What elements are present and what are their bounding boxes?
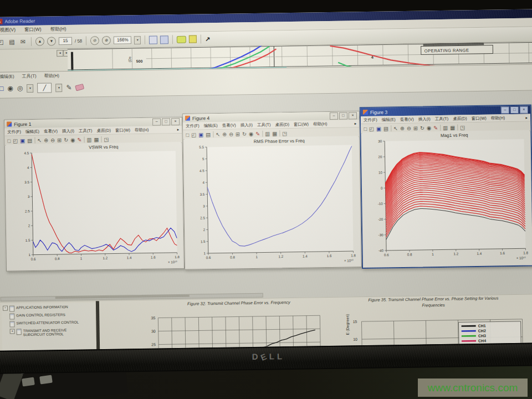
cursor-icon[interactable]: ↖ xyxy=(216,131,220,137)
zoom-out-icon[interactable]: ⊖ xyxy=(50,137,55,143)
pan-icon[interactable]: ⊞ xyxy=(57,137,62,143)
close-button[interactable]: × xyxy=(171,118,180,125)
save-icon[interactable]: ▣ xyxy=(20,137,25,144)
dock-icon[interactable]: ◳ xyxy=(282,130,287,136)
menu-overflow-icon[interactable]: ▸ xyxy=(525,115,528,120)
zoom-in-icon[interactable]: ⊕ xyxy=(44,137,48,143)
pen-icon[interactable]: ✎ xyxy=(66,84,71,91)
sticky-note-icon[interactable] xyxy=(189,35,197,43)
plot-area[interactable]: VSWR vs Freq0.60.811.21.41.61.811.522.53… xyxy=(6,142,183,270)
shape-icon[interactable]: ◎ xyxy=(17,84,23,92)
new-figure-icon[interactable]: □ xyxy=(7,137,11,144)
new-figure-icon[interactable]: □ xyxy=(364,125,367,131)
print-icon[interactable]: ▤ xyxy=(383,125,388,131)
menu-tools[interactable]: 工具(T) xyxy=(22,73,36,79)
comment-icon[interactable] xyxy=(177,35,186,43)
legend-icon[interactable]: ▦ xyxy=(450,124,455,130)
rotate-icon[interactable]: ↻ xyxy=(242,131,247,137)
menu-help[interactable]: 帮助(H) xyxy=(135,127,149,132)
dock-icon[interactable]: ◳ xyxy=(460,124,465,130)
new-figure-icon[interactable]: □ xyxy=(186,131,189,137)
menu-tools[interactable]: 工具(T) xyxy=(79,128,93,134)
plot-area[interactable]: Mag1 vs Freq0.60.811.21.41.61.8-40-30-20… xyxy=(362,130,531,267)
save-icon[interactable]: ▣ xyxy=(376,125,381,131)
save-icon[interactable]: □ xyxy=(0,85,4,93)
shape-dropdown-button[interactable]: ▾ xyxy=(27,84,33,92)
zoom-in-icon[interactable]: ⊕ xyxy=(222,131,227,137)
legend-icon[interactable]: ▦ xyxy=(94,136,99,142)
menu-insert[interactable]: 插入(I) xyxy=(241,122,253,128)
zoom-level-input[interactable]: 166% xyxy=(114,36,131,44)
menu-insert[interactable]: 插入(I) xyxy=(418,116,431,122)
figure1-window[interactable]: Figure 1 – □ × 文件(F) 编辑(E) 查看(V) 插入(I) 工… xyxy=(4,117,185,272)
pdf-bottom-region[interactable]: − APPLICATIONS INFORMATION GAIN CONTROL … xyxy=(0,294,532,350)
brush-icon[interactable]: ✎ xyxy=(77,136,81,142)
brush-icon[interactable]: ✎ xyxy=(433,125,438,131)
menu-file[interactable]: 文件(F) xyxy=(186,123,200,129)
close-button[interactable]: × xyxy=(349,112,357,119)
fit-width-button[interactable] xyxy=(149,35,157,44)
menu-edit[interactable]: 编辑(E) xyxy=(382,117,396,122)
menu-window[interactable]: 窗口(W) xyxy=(24,26,42,33)
maximize-button[interactable]: □ xyxy=(510,106,519,114)
figure4-window[interactable]: Figure 4 – □ × 文件(F) 编辑(E) 查看(V) 插入(I) 工… xyxy=(182,111,362,270)
menu-help[interactable]: 帮助(H) xyxy=(491,115,505,121)
menu-window[interactable]: 窗口(W) xyxy=(294,121,309,127)
stamp-icon[interactable]: ◉ xyxy=(7,84,13,92)
zoom-out-button[interactable]: ⊖ xyxy=(90,36,99,45)
menu-edit[interactable]: 编辑(E) xyxy=(0,73,14,79)
fit-page-button[interactable] xyxy=(160,35,168,44)
menu-desktop[interactable]: 桌面(D) xyxy=(96,127,111,133)
data-cursor-icon[interactable]: ◉ xyxy=(427,125,431,131)
email-icon[interactable]: ✉ xyxy=(19,38,27,45)
figure3-window[interactable]: Figure 3 – □ × 文件(F) 编辑(E) 查看(V) 插入(I) 工… xyxy=(360,105,532,269)
eraser-icon[interactable] xyxy=(75,84,84,91)
menu-file[interactable]: 文件(F) xyxy=(364,117,377,122)
minimize-button[interactable]: – xyxy=(501,106,509,114)
cursor-icon[interactable]: ↖ xyxy=(37,137,42,143)
print-icon[interactable]: ▤ xyxy=(27,137,32,143)
menu-help[interactable]: 帮助(H) xyxy=(44,73,59,79)
pan-icon[interactable]: ⊞ xyxy=(236,131,240,137)
scrollbar-thumb[interactable] xyxy=(55,295,190,299)
expand-icon[interactable]: + xyxy=(10,329,15,334)
rotate-icon[interactable]: ↻ xyxy=(64,136,68,142)
zoom-in-button[interactable]: ⊕ xyxy=(102,36,111,45)
bookmark-gain-control-registers[interactable]: GAIN CONTROL REGISTERS xyxy=(9,313,84,320)
open-icon[interactable]: ◰ xyxy=(191,131,196,137)
menu-help[interactable]: 帮助(H) xyxy=(50,25,66,32)
open-icon[interactable]: ◰ xyxy=(0,38,5,45)
menu-file[interactable]: 文件(F) xyxy=(7,129,21,135)
rotate-icon[interactable]: ↻ xyxy=(420,125,424,131)
menu-tools[interactable]: 工具(T) xyxy=(257,122,271,127)
pan-icon[interactable]: ⊞ xyxy=(413,125,418,131)
menu-edit[interactable]: 编辑(E) xyxy=(25,129,39,134)
menu-overflow-icon[interactable]: ▸ xyxy=(355,121,357,126)
menu-window[interactable]: 窗口(W) xyxy=(472,115,487,121)
open-icon[interactable]: ◰ xyxy=(13,137,18,144)
menu-window[interactable]: 窗口(W) xyxy=(115,127,130,133)
menu-desktop[interactable]: 桌面(D) xyxy=(453,116,467,121)
maximize-button[interactable]: □ xyxy=(339,112,347,119)
legend-icon[interactable]: ▦ xyxy=(272,130,277,136)
line-dropdown-button[interactable]: ▾ xyxy=(55,84,62,92)
print-icon[interactable]: ▤ xyxy=(8,38,16,45)
colorbar-icon[interactable]: ▥ xyxy=(443,124,448,130)
select-tool-icon[interactable]: ↗ xyxy=(205,35,210,43)
bookmark-switched-attenuator-control[interactable]: SWITCHED ATTENUATOR CONTROL xyxy=(9,320,84,328)
maximize-button[interactable]: □ xyxy=(162,118,170,125)
bookmark-transmit-receive-subcircuit[interactable]: + TRANSMIT AND RECEIVE SUBCIRCUIT CONTRO… xyxy=(10,328,84,337)
save-icon[interactable]: ▣ xyxy=(198,131,203,137)
colorbar-icon[interactable]: ▥ xyxy=(265,130,270,136)
zoom-in-icon[interactable]: ⊕ xyxy=(400,125,405,131)
previous-page-button[interactable]: ▲ xyxy=(35,37,44,46)
menu-view[interactable]: 查看(V) xyxy=(44,129,58,134)
zoom-dropdown-button[interactable]: ▾ xyxy=(134,35,141,44)
bookmark-applications-information[interactable]: − APPLICATIONS INFORMATION xyxy=(3,305,77,312)
panel-splitter[interactable] xyxy=(96,301,100,351)
brush-icon[interactable]: ✎ xyxy=(255,130,260,136)
page-number-input[interactable]: 15 xyxy=(59,37,72,45)
print-icon[interactable]: ▤ xyxy=(206,131,211,137)
close-button[interactable]: × xyxy=(520,106,528,114)
menu-tools[interactable]: 工具(T) xyxy=(435,116,449,121)
